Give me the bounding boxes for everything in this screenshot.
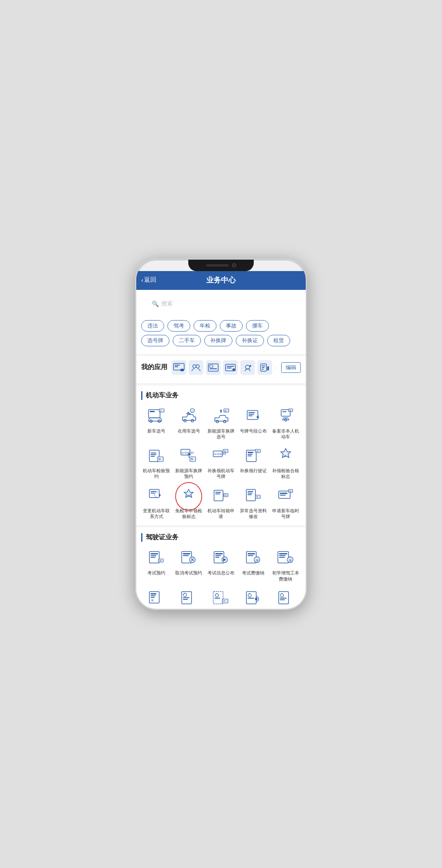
tag-find-car[interactable]: 挪车 — [246, 320, 269, 332]
item-renewal[interactable]: 期满换领 — [174, 588, 204, 609]
phone-screen: ‹ 返回 业务中心 🔍 搜索 违法 驾考 年检 事故 挪车 选号牌 二手车 — [136, 271, 306, 609]
item-replace-sticker[interactable]: 检 补领检验合格标志 — [270, 445, 301, 480]
svg-point-129 — [255, 598, 257, 600]
item-sub-learn[interactable]: 学 子学习 — [141, 588, 172, 609]
svg-rect-133 — [280, 599, 285, 600]
item-exempt-sticker[interactable]: 免检 免检车申领检验标志 — [174, 485, 204, 520]
svg-text:学: 学 — [151, 599, 154, 602]
svg-rect-45 — [151, 454, 156, 455]
svg-point-12 — [232, 368, 235, 371]
svg-text:免检: 免检 — [187, 494, 191, 497]
phone-notch — [188, 260, 254, 271]
svg-text:缴: 缴 — [289, 559, 292, 562]
item-ev-appt[interactable]: A+D4265 预 新能源车换牌预约 — [174, 445, 204, 480]
label-inspection-appt: 机动车检验预约 — [141, 468, 172, 480]
motor-section-title: 机动车业务 — [141, 391, 301, 400]
svg-text:检: 检 — [284, 455, 286, 457]
my-app-icon-6[interactable] — [257, 360, 272, 375]
tags-row-1: 违法 驾考 年检 事故 挪车 — [141, 320, 301, 332]
svg-rect-81 — [280, 495, 286, 496]
svg-text:↔: ↔ — [191, 410, 194, 412]
label-replace-plate: 补换领机动车号牌 — [206, 468, 237, 480]
tags-row-2: 选号牌 二手车 补换牌 补换证 租赁 — [141, 335, 301, 346]
edit-button[interactable]: 编辑 — [281, 362, 301, 373]
back-label: 返回 — [144, 276, 156, 284]
label-abnormal-select: 异常选号资料修改 — [238, 508, 268, 520]
svg-text:A+D4265: A+D4265 — [182, 451, 194, 454]
tag-plate-select[interactable]: 选号牌 — [141, 335, 169, 346]
item-change-contact[interactable]: 变更机动车联系方式 — [141, 485, 172, 520]
tag-used-car[interactable]: 二手车 — [173, 335, 201, 346]
tag-replace-cert[interactable]: 补换证 — [236, 335, 264, 346]
tag-annual-check[interactable]: 年检 — [194, 320, 216, 332]
svg-rect-19 — [267, 366, 269, 370]
svg-rect-113 — [151, 593, 156, 594]
camera — [232, 263, 236, 267]
my-app-icon-2[interactable] — [189, 360, 203, 375]
svg-rect-97 — [215, 553, 223, 554]
item-cancel-exam[interactable]: 取消考试预约 — [174, 547, 204, 582]
svg-rect-59 — [248, 454, 253, 455]
my-app-icon-3[interactable] — [206, 360, 221, 375]
label-ev-plate: 新能源车换牌选号 — [206, 428, 237, 440]
item-register-other[interactable]: 备 备案非本人机动车 — [270, 406, 301, 440]
item-transfer-reg[interactable]: 转 机动车转籍申请 — [206, 485, 237, 520]
search-bar[interactable]: 🔍 搜索 — [146, 297, 296, 310]
label-plate-announce: 号牌号段公布 — [240, 428, 267, 434]
item-replace-license[interactable]: 补 补换领行驶证 — [238, 445, 268, 480]
item-inspection-appt[interactable]: 预 机动车检验预约 — [141, 445, 172, 480]
item-replace-plate[interactable]: A+D4265 补 补换领机动车号牌 — [206, 445, 237, 480]
my-app-icon-5[interactable] — [240, 360, 255, 375]
item-age-renewal[interactable]: 超龄换领 — [238, 588, 268, 609]
item-exam-info[interactable]: 考试信息公布 — [206, 547, 237, 582]
item-exam-appt[interactable]: 预 考试预约 — [141, 547, 172, 582]
item-temp-plate[interactable]: 临 申请新车临时号牌 — [270, 485, 301, 520]
back-button[interactable]: ‹ 返回 — [141, 276, 156, 284]
item-lost-replace[interactable]: 补 遗失补领 — [206, 588, 237, 609]
item-abnormal-select[interactable]: 审 异常选号资料修改 — [238, 485, 268, 520]
my-app-icon-1[interactable] — [171, 360, 186, 375]
svg-text:选: 选 — [160, 410, 162, 412]
svg-rect-119 — [183, 597, 189, 598]
item-new-car-select[interactable]: 选 新车选号 — [141, 406, 172, 440]
svg-rect-39 — [282, 411, 286, 412]
item-used-car-select[interactable]: ↔ 在用车选号 — [174, 406, 204, 440]
tag-replace-plate[interactable]: 补换牌 — [204, 335, 232, 346]
svg-rect-74 — [248, 491, 253, 492]
tag-violation[interactable]: 违法 — [141, 320, 164, 332]
driver-grid: 预 考试预约 — [141, 547, 301, 608]
search-placeholder: 搜索 — [161, 300, 173, 307]
item-exam-fee[interactable]: 缴 考试费缴纳 — [238, 547, 268, 582]
item-plate-announce[interactable]: 号牌号段公布 — [238, 406, 268, 440]
svg-rect-75 — [248, 493, 253, 493]
tag-driving-test[interactable]: 驾考 — [167, 320, 190, 332]
svg-rect-60 — [248, 455, 252, 456]
svg-point-5 — [196, 365, 199, 368]
svg-rect-69 — [215, 492, 221, 493]
tag-accident[interactable]: 事故 — [220, 320, 243, 332]
label-used-car-select: 在用车选号 — [178, 428, 200, 434]
svg-rect-16 — [262, 366, 265, 366]
svg-rect-37 — [248, 415, 253, 416]
my-apps-dots: ··· — [275, 364, 277, 371]
motor-grid: 选 新车选号 ↔ — [141, 406, 301, 520]
my-app-icon-4[interactable] — [223, 360, 238, 375]
tag-rental[interactable]: 租赁 — [267, 335, 290, 346]
my-apps-header: 我的应用 — [141, 360, 301, 375]
item-damage-replace[interactable]: 损毁补 — [270, 588, 301, 609]
svg-text:预: 预 — [191, 458, 193, 460]
driver-section-title: 驾驶证业务 — [141, 533, 301, 542]
svg-point-30 — [216, 420, 219, 423]
svg-rect-107 — [279, 553, 287, 554]
svg-point-118 — [183, 593, 187, 597]
svg-rect-103 — [248, 555, 253, 556]
svg-rect-86 — [151, 555, 156, 556]
svg-rect-128 — [248, 598, 254, 599]
svg-rect-109 — [279, 557, 285, 558]
svg-rect-34 — [247, 410, 258, 419]
item-learning-fee[interactable]: 缴 初学增驾工本费缴纳 — [270, 547, 301, 582]
svg-rect-17 — [262, 367, 264, 368]
item-ev-plate[interactable]: 换 新能源车换牌选号 — [206, 406, 237, 440]
tags-section: 违法 驾考 年检 事故 挪车 选号牌 二手车 补换牌 补换证 租赁 — [136, 317, 306, 354]
svg-rect-132 — [280, 598, 286, 599]
